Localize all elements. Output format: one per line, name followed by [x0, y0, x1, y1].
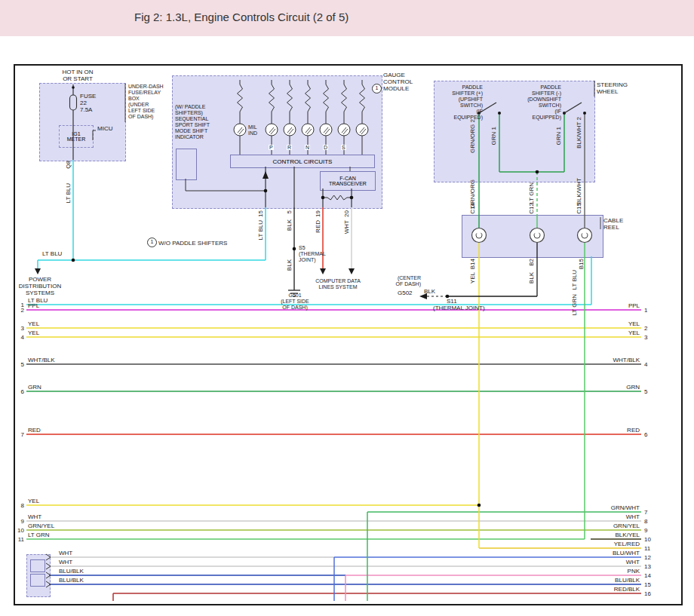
- symbol: [287, 84, 293, 112]
- gear-letter-p: P: [269, 145, 274, 150]
- wire-num-right: 16: [644, 590, 651, 597]
- wire-num-left: 11: [14, 536, 24, 543]
- wire-num-left: 6: [14, 388, 24, 395]
- center-of-dash-label: (CENTEROF DASH): [380, 275, 421, 287]
- g501-label: G501(LEFT SIDEOF DASH): [278, 293, 312, 311]
- symbol: [342, 84, 347, 112]
- s11-thermal-label: (THERMAL JOINT): [433, 305, 485, 311]
- pin5-color: BLK: [286, 219, 293, 231]
- wire-label-right: BLU/BLK: [585, 577, 640, 584]
- junction-dot: [72, 259, 75, 262]
- symbol-circle: [578, 228, 592, 243]
- wire-label-right: RED: [585, 427, 640, 434]
- gear-letter-n: N: [305, 145, 310, 150]
- wire-num-right: 2: [644, 325, 647, 332]
- symbol: [238, 84, 243, 112]
- s5-label: S5(THERMALJOINT): [299, 245, 326, 263]
- fuse-wire-label: LT BLU: [65, 183, 72, 203]
- fuse-symbol: [70, 95, 77, 110]
- junction-dot: [536, 170, 539, 174]
- wire-num-right: 3: [644, 334, 647, 341]
- wire-num-right: 12: [644, 554, 651, 561]
- symbol-circle: [530, 228, 545, 243]
- wire-label-left: WHT: [28, 513, 41, 520]
- hot-in-label: HOT IN ONOR START: [51, 69, 104, 82]
- wire-label-right: RED/BLK: [585, 586, 640, 593]
- arrowhead: [263, 171, 269, 179]
- wire-label-left: YEL: [28, 329, 39, 336]
- arrowhead: [35, 268, 41, 274]
- paddle-pin-grn2: GRN 1: [555, 127, 562, 145]
- s11-label: S11: [447, 298, 457, 305]
- junction-dot: [478, 504, 481, 507]
- wire-label-left: YEL: [28, 320, 39, 327]
- connector-wire-label: BLU/BLK: [59, 568, 84, 575]
- paddle-note-label: (W/ PADDLESHIFTERS)SEQUENTIALSPORT SHIFT…: [175, 104, 210, 140]
- wire-label-right: YEL: [585, 320, 640, 327]
- wire-num-right: 15: [644, 581, 651, 588]
- wire-label-right: WHT/BLK: [585, 357, 640, 363]
- wire-num-right: 9: [644, 527, 647, 534]
- c12-color: LT GRN: [528, 182, 535, 204]
- pin20-color: WHT: [343, 220, 350, 234]
- b14-color: YEL: [469, 272, 476, 283]
- wire-label-right: BLK/YEL: [585, 532, 640, 538]
- symbol: [46, 554, 51, 560]
- wire-num-right: 6: [644, 431, 647, 438]
- wire-num-left: 10: [14, 527, 24, 534]
- symbol: [269, 84, 275, 112]
- wire-num-right: 10: [644, 536, 651, 543]
- steering-wheel-label: STEERINGWHEEL: [597, 81, 628, 95]
- b14-conn: B14: [469, 259, 476, 269]
- paddle-pin-grn1: GRN 1: [490, 127, 497, 145]
- wire-num-right: 8: [644, 518, 647, 525]
- wire-label-right: GRN/WHT: [585, 504, 640, 511]
- b2-color: BLK: [528, 272, 535, 283]
- junction-dot: [264, 189, 268, 193]
- paddle-plus-label: PADDLESHIFTER (+)(UPSHIFTSWITCH)(IFEQUIP…: [435, 84, 483, 121]
- ltgrn-wire-label: LT GRN: [571, 294, 578, 316]
- wire-label-right: PNK: [585, 568, 640, 575]
- circled-1-module: 1: [372, 84, 382, 93]
- power-wire-label: LT BLU: [42, 250, 62, 257]
- junction-dot: [350, 196, 354, 200]
- wire-label-left: GRN: [28, 384, 41, 391]
- wire-num-left: 7: [14, 431, 24, 438]
- pin19-num: 19: [315, 210, 321, 217]
- wire-label-right: WHT: [585, 559, 640, 565]
- connector-wire-label: WHT: [59, 559, 72, 565]
- wire-label-right: WHT: [585, 513, 640, 520]
- b2-conn: B2: [528, 259, 535, 266]
- cable-reel-label: CABLEREEL: [603, 217, 623, 231]
- pin19-color: RED: [315, 220, 321, 233]
- pin15-num: 15: [257, 210, 264, 217]
- wire-num-right: 5: [644, 388, 647, 395]
- b15-color: LT BLU: [571, 270, 578, 290]
- pin20-num: 20: [343, 210, 350, 217]
- symbol: [46, 572, 51, 578]
- power-distribution-label: POWERDISTRIBUTIONSYSTEMS: [11, 276, 69, 297]
- wire-num-left: 8: [14, 502, 24, 509]
- symbol: [93, 130, 96, 140]
- computer-data-label: COMPUTER DATALINES SYSTEM: [306, 278, 370, 290]
- pin15-color: LT BLU: [257, 220, 264, 240]
- wire-label-left: YEL: [28, 498, 39, 504]
- wire-label-left: PPL: [28, 302, 39, 309]
- q8-pin-label: Q8: [65, 161, 72, 169]
- connector-wire-label: BLU/BLK: [59, 577, 84, 584]
- fuse-label: FUSE227.5A: [80, 93, 96, 114]
- symbol: [46, 563, 51, 569]
- connector-wire-label: WHT: [59, 550, 72, 556]
- symbol: [360, 84, 365, 112]
- wire-label-left: RED: [28, 427, 41, 434]
- wire-label-left: LT GRN: [28, 532, 50, 538]
- gauge-module-label: GAUGECONTROLMODULE: [383, 72, 413, 93]
- wire-label-left: GRN/YEL: [28, 523, 54, 529]
- gear-letter-s: S: [341, 145, 346, 150]
- gear-letter-d: D: [323, 145, 328, 150]
- wo-paddle-note: W/O PADDLE SHIFTERS: [158, 240, 227, 247]
- symbol-circle: [472, 228, 487, 243]
- symbol: [306, 84, 311, 112]
- wire-num-left: 4: [14, 334, 24, 341]
- wire: [564, 103, 582, 113]
